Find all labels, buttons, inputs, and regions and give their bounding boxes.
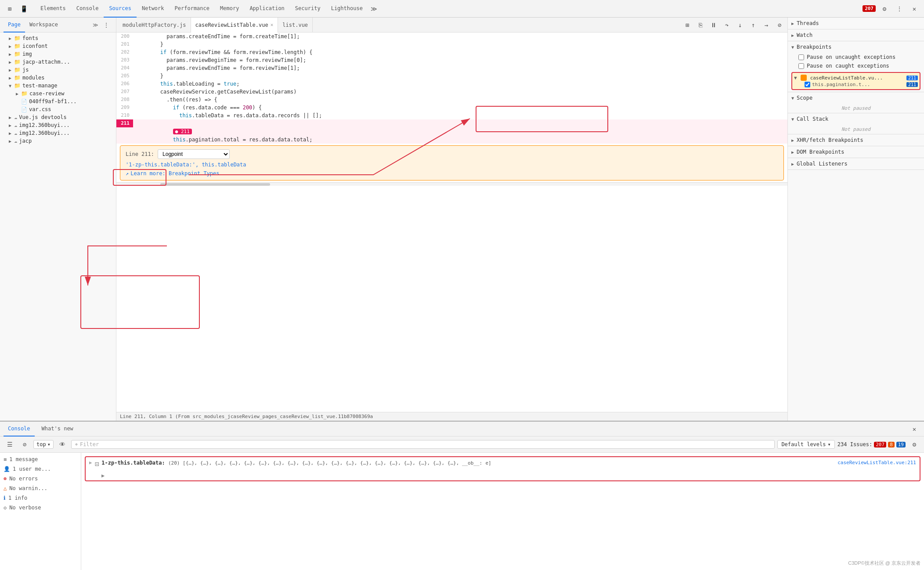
clear-console-icon[interactable]: ⊘ (18, 438, 31, 451)
editor-tab-list-vue[interactable]: list.vue (278, 18, 313, 32)
watch-header[interactable]: ▶ Watch (788, 29, 924, 41)
sidebar-messages[interactable]: ≡ 1 message (0, 455, 81, 464)
pause-icon[interactable]: ⏸ (707, 19, 720, 31)
code-line-203: 203 params.reviewBeginTime = form.review… (116, 56, 787, 64)
tree-item-test-manage[interactable]: ▼ 📁 test-manage (0, 82, 116, 90)
console-sidebar: ≡ 1 message 👤 1 user me... ⊗ No errors △… (0, 453, 81, 570)
deactivate-breakpoints-icon[interactable]: ⊘ (773, 19, 786, 31)
more-tabs-icon[interactable]: ≫ (368, 3, 380, 15)
tree-item-img12-2[interactable]: ▶ ☁ img12.360buyi... (0, 129, 116, 137)
device-toolbar-icon[interactable]: 📱 (18, 3, 30, 15)
more-panels-icon[interactable]: ≫ (93, 22, 98, 28)
breakpoint-entry-highlighted: ▼ caseReviewListTable.vu... 211 this.pag… (791, 72, 920, 90)
console-settings-icon[interactable]: ⚙ (908, 438, 920, 451)
info-badge: 19 (896, 442, 906, 447)
log-entry: ▶ ⊡ 1-zp-this.tableData: (20) [{…}, {…},… (86, 457, 920, 471)
filter-input-area[interactable]: ⚬ Filter (71, 440, 775, 449)
split-editor-icon[interactable]: ⎘ (694, 19, 707, 31)
editor-tab-module-http[interactable]: moduleHttpFactory.js (118, 18, 191, 32)
more-options-icon[interactable]: ⋮ (893, 3, 906, 15)
tree-item-case-review[interactable]: ▶ 📁 case-review (0, 90, 116, 97)
logpoint-type-select[interactable]: Logpoint Breakpoint Conditional breakpoi… (158, 149, 230, 159)
sidebar-no-warnings[interactable]: △ No warnin... (0, 483, 81, 493)
tab-performance[interactable]: Performance (170, 0, 215, 18)
tree-item-modules[interactable]: ▶ 📁 modules (0, 74, 116, 82)
call-stack-header[interactable]: ▼ Call Stack (788, 113, 924, 125)
pause-caught-checkbox[interactable]: Pause on caught exceptions (788, 61, 924, 70)
section-scope: ▼ Scope Not paused (788, 92, 924, 113)
tab-security[interactable]: Security (290, 0, 326, 18)
log-entry-highlighted: ▶ ⊡ 1-zp-this.tableData: (20) [{…}, {…},… (85, 456, 920, 481)
tree-item-var-css[interactable]: 📄 var.css (0, 105, 116, 113)
breakpoints-header[interactable]: ▼ Breakpoints (788, 41, 924, 53)
horizontal-scrollbar[interactable] (116, 182, 787, 186)
tree-item-iconfont[interactable]: ▶ 📁 iconfont (0, 42, 116, 50)
sidebar-no-verbose[interactable]: ◇ No verbose (0, 503, 81, 512)
tab-console[interactable]: Console (71, 0, 104, 18)
logpoint-expression[interactable]: '1-zp-this.tableData:', this.tableData (126, 162, 778, 168)
tab-memory[interactable]: Memory (215, 0, 244, 18)
more-options-left-icon[interactable]: ⋮ (100, 19, 112, 31)
console-tab-console[interactable]: Console (4, 422, 35, 437)
tree-item-img12-1[interactable]: ▶ ☁ img12.360buyi... (0, 121, 116, 129)
tab-application[interactable]: Application (244, 0, 289, 18)
step-icon[interactable]: → (760, 19, 772, 31)
code-line-211[interactable]: 211 ● 211 this.pagination.total = res.da… (116, 119, 787, 144)
tab-elements[interactable]: Elements (35, 0, 71, 18)
eye-icon[interactable]: 👁 (56, 438, 69, 451)
close-tab-icon[interactable]: ✕ (271, 22, 274, 28)
log-expand-arrow[interactable]: ▶ (89, 460, 92, 465)
close-devtools-icon[interactable]: ✕ (908, 3, 920, 15)
learn-more-link[interactable]: ↗ Learn more: Breakpoint Types (126, 170, 778, 177)
tree-item-js[interactable]: ▶ 📁 js (0, 66, 116, 74)
devtools-grid-icon[interactable]: ⊞ (4, 3, 16, 15)
step-out-icon[interactable]: ↑ (747, 19, 759, 31)
sidebar-toggle-icon[interactable]: ☰ (4, 438, 16, 451)
sidebar-user-messages[interactable]: 👤 1 user me... (0, 464, 81, 474)
bp-checkbox[interactable] (805, 82, 810, 87)
error-count-badge: 207 (863, 5, 876, 12)
editor-tab-case-review[interactable]: caseReviewListTable.vue ✕ (191, 18, 278, 32)
tree-item-fonts[interactable]: ▶ 📁 fonts (0, 34, 116, 42)
code-line-202: 202 if (form.reviewTime && form.reviewTi… (116, 48, 787, 56)
tab-sources[interactable]: Sources (104, 0, 137, 18)
sidebar-info[interactable]: ℹ 1 info (0, 493, 81, 503)
call-stack-not-paused: Not paused (788, 125, 924, 134)
tree-item-vue-devtools[interactable]: ▶ ☁ Vue.js devtools (0, 113, 116, 121)
xhr-breakpoints-header[interactable]: ▶ XHR/fetch Breakpoints (788, 134, 924, 146)
global-listeners-header[interactable]: ▶ Global Listeners (788, 158, 924, 170)
section-global-listeners: ▶ Global Listeners (788, 158, 924, 170)
code-line-201: 201 } (116, 40, 787, 48)
context-selector[interactable]: top ▾ (33, 440, 54, 449)
pause-uncaught-checkbox[interactable]: Pause on uncaught exceptions (788, 53, 924, 61)
log-content: 1-zp-this.tableData: (20) [{…}, {…}, {…}… (101, 460, 916, 466)
tab-page[interactable]: Page (4, 18, 25, 32)
settings-icon[interactable]: ⚙ (878, 3, 891, 15)
log-source-link[interactable]: caseReviewListTable.vue:211 (837, 460, 916, 465)
tab-lighthouse[interactable]: Lighthouse (326, 0, 368, 18)
tree-item-040ff9af[interactable]: 📄 040ff9af-bf1... (0, 97, 116, 105)
code-line-210: 210 this.tableData = res.data.data.recor… (116, 112, 787, 119)
default-levels-select[interactable]: Default levels ▾ (777, 440, 834, 449)
console-main: ▶ ⊡ 1-zp-this.tableData: (20) [{…}, {…},… (81, 453, 924, 570)
console-tab-whats-new[interactable]: What's new (37, 422, 78, 437)
section-dom-breakpoints: ▶ DOM Breakpoints (788, 146, 924, 158)
tab-workspace[interactable]: Workspace (25, 18, 62, 32)
threads-header[interactable]: ▶ Threads (788, 18, 924, 29)
tree-item-img[interactable]: ▶ 📁 img (0, 50, 116, 58)
scope-header[interactable]: ▼ Scope (788, 92, 924, 104)
log-detail: (20) [{…}, {…}, {…}, {…}, {…}, {…}, {…},… (168, 460, 482, 466)
step-over-icon[interactable]: ↷ (721, 19, 733, 31)
tab-network[interactable]: Network (137, 0, 170, 18)
close-console-icon[interactable]: ✕ (908, 423, 920, 435)
log-detail2: e] (485, 460, 491, 466)
dom-breakpoints-header[interactable]: ▶ DOM Breakpoints (788, 146, 924, 158)
sidebar-no-errors[interactable]: ⊗ No errors (0, 474, 81, 483)
code-line-200: 200 params.createEndTime = form.createTi… (116, 32, 787, 40)
show-navigator-icon[interactable]: ⊞ (681, 19, 693, 31)
tree-item-jacp-attachm[interactable]: ▶ 📁 jacp-attachm... (0, 58, 116, 66)
code-line-209: 209 if (res.data.code === 200) { (116, 104, 787, 112)
step-into-icon[interactable]: ↓ (734, 19, 746, 31)
log-expand-nested[interactable]: ▶ (101, 473, 105, 479)
tree-item-jacp[interactable]: ▶ ☁ jacp (0, 137, 116, 145)
